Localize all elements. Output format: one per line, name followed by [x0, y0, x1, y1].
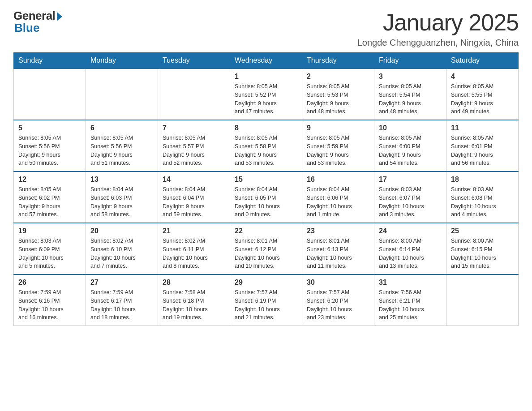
day-number: 2	[307, 73, 369, 81]
title-area: January 2025 Longde Chengguanzhen, Ningx…	[357, 9, 519, 48]
day-info: Sunrise: 8:01 AMSunset: 6:13 PMDaylight:…	[307, 237, 369, 270]
calendar-cell	[86, 68, 158, 120]
day-info: Sunrise: 8:01 AMSunset: 6:12 PMDaylight:…	[235, 237, 297, 270]
day-info: Sunrise: 8:02 AMSunset: 6:10 PMDaylight:…	[90, 237, 153, 270]
calendar-cell: 12Sunrise: 8:05 AMSunset: 6:02 PMDayligh…	[14, 171, 86, 223]
day-info: Sunrise: 8:05 AMSunset: 5:57 PMDaylight:…	[163, 134, 225, 167]
calendar-cell: 24Sunrise: 8:00 AMSunset: 6:14 PMDayligh…	[374, 223, 446, 274]
day-header-monday: Monday	[86, 53, 158, 69]
day-number: 11	[451, 124, 514, 132]
day-info: Sunrise: 8:05 AMSunset: 5:58 PMDaylight:…	[235, 134, 297, 167]
calendar-cell: 19Sunrise: 8:03 AMSunset: 6:09 PMDayligh…	[14, 223, 86, 274]
day-number: 10	[379, 124, 442, 132]
day-header-sunday: Sunday	[14, 53, 86, 69]
day-info: Sunrise: 8:03 AMSunset: 6:08 PMDaylight:…	[451, 185, 514, 219]
day-info: Sunrise: 7:57 AMSunset: 6:19 PMDaylight:…	[235, 288, 297, 322]
day-number: 6	[90, 124, 153, 132]
day-number: 16	[307, 176, 369, 184]
day-header-wednesday: Wednesday	[230, 53, 302, 69]
day-number: 9	[307, 124, 369, 132]
day-info: Sunrise: 8:04 AMSunset: 6:03 PMDaylight:…	[90, 185, 153, 219]
calendar-cell: 13Sunrise: 8:04 AMSunset: 6:03 PMDayligh…	[86, 171, 158, 223]
day-info: Sunrise: 8:05 AMSunset: 5:59 PMDaylight:…	[307, 134, 369, 167]
day-info: Sunrise: 8:05 AMSunset: 6:00 PMDaylight:…	[379, 134, 442, 167]
week-row-2: 5Sunrise: 8:05 AMSunset: 5:56 PMDaylight…	[14, 120, 519, 171]
day-info: Sunrise: 7:59 AMSunset: 6:17 PMDaylight:…	[90, 288, 153, 322]
calendar-cell	[446, 274, 519, 326]
calendar-cell: 16Sunrise: 8:04 AMSunset: 6:06 PMDayligh…	[302, 171, 374, 223]
calendar-cell: 22Sunrise: 8:01 AMSunset: 6:12 PMDayligh…	[230, 223, 302, 274]
calendar-cell: 5Sunrise: 8:05 AMSunset: 5:56 PMDaylight…	[14, 120, 86, 171]
day-info: Sunrise: 8:04 AMSunset: 6:06 PMDaylight:…	[307, 185, 369, 219]
day-number: 21	[163, 227, 225, 235]
calendar-cell: 14Sunrise: 8:04 AMSunset: 6:04 PMDayligh…	[158, 171, 230, 223]
header: General Blue January 2025 Longde Chenggu…	[13, 9, 519, 48]
calendar-cell	[158, 68, 230, 120]
calendar-cell: 31Sunrise: 7:56 AMSunset: 6:21 PMDayligh…	[374, 274, 446, 326]
day-info: Sunrise: 8:05 AMSunset: 6:01 PMDaylight:…	[451, 134, 514, 167]
logo-triangle-icon	[57, 12, 62, 21]
day-number: 14	[163, 176, 225, 184]
week-row-1: 1Sunrise: 8:05 AMSunset: 5:52 PMDaylight…	[14, 68, 519, 120]
calendar-cell: 15Sunrise: 8:04 AMSunset: 6:05 PMDayligh…	[230, 171, 302, 223]
calendar-cell: 1Sunrise: 8:05 AMSunset: 5:52 PMDaylight…	[230, 68, 302, 120]
calendar-cell: 20Sunrise: 8:02 AMSunset: 6:10 PMDayligh…	[86, 223, 158, 274]
day-info: Sunrise: 8:05 AMSunset: 6:02 PMDaylight:…	[18, 185, 81, 219]
calendar-cell: 6Sunrise: 8:05 AMSunset: 5:56 PMDaylight…	[86, 120, 158, 171]
day-info: Sunrise: 8:05 AMSunset: 5:52 PMDaylight:…	[235, 82, 297, 116]
day-number: 18	[451, 176, 514, 184]
day-number: 4	[451, 73, 514, 81]
day-info: Sunrise: 7:58 AMSunset: 6:18 PMDaylight:…	[163, 288, 225, 322]
day-number: 5	[18, 124, 81, 132]
month-title: January 2025	[357, 9, 519, 36]
calendar-cell: 27Sunrise: 7:59 AMSunset: 6:17 PMDayligh…	[86, 274, 158, 326]
calendar-cell: 17Sunrise: 8:03 AMSunset: 6:07 PMDayligh…	[374, 171, 446, 223]
day-info: Sunrise: 8:00 AMSunset: 6:15 PMDaylight:…	[451, 237, 514, 270]
calendar-cell: 3Sunrise: 8:05 AMSunset: 5:54 PMDaylight…	[374, 68, 446, 120]
week-row-4: 19Sunrise: 8:03 AMSunset: 6:09 PMDayligh…	[14, 223, 519, 274]
day-number: 17	[379, 176, 442, 184]
day-number: 1	[235, 73, 297, 81]
calendar-cell: 7Sunrise: 8:05 AMSunset: 5:57 PMDaylight…	[158, 120, 230, 171]
day-info: Sunrise: 8:05 AMSunset: 5:55 PMDaylight:…	[451, 82, 514, 116]
calendar-cell: 29Sunrise: 7:57 AMSunset: 6:19 PMDayligh…	[230, 274, 302, 326]
day-number: 24	[379, 227, 442, 235]
day-info: Sunrise: 8:05 AMSunset: 5:53 PMDaylight:…	[307, 82, 369, 116]
location-title: Longde Chengguanzhen, Ningxia, China	[357, 38, 519, 48]
day-number: 7	[163, 124, 225, 132]
day-info: Sunrise: 8:05 AMSunset: 5:56 PMDaylight:…	[18, 134, 81, 167]
calendar-cell: 11Sunrise: 8:05 AMSunset: 6:01 PMDayligh…	[446, 120, 519, 171]
day-header-friday: Friday	[374, 53, 446, 69]
day-info: Sunrise: 7:59 AMSunset: 6:16 PMDaylight:…	[18, 288, 81, 322]
day-number: 19	[18, 227, 81, 235]
day-info: Sunrise: 8:05 AMSunset: 5:54 PMDaylight:…	[379, 82, 442, 116]
week-row-3: 12Sunrise: 8:05 AMSunset: 6:02 PMDayligh…	[14, 171, 519, 223]
calendar-cell: 2Sunrise: 8:05 AMSunset: 5:53 PMDaylight…	[302, 68, 374, 120]
day-info: Sunrise: 8:03 AMSunset: 6:07 PMDaylight:…	[379, 185, 442, 219]
day-number: 15	[235, 176, 297, 184]
day-number: 25	[451, 227, 514, 235]
day-info: Sunrise: 8:02 AMSunset: 6:11 PMDaylight:…	[163, 237, 225, 270]
calendar-cell: 9Sunrise: 8:05 AMSunset: 5:59 PMDaylight…	[302, 120, 374, 171]
day-header-saturday: Saturday	[446, 53, 519, 69]
day-header-tuesday: Tuesday	[158, 53, 230, 69]
day-number: 30	[307, 278, 369, 287]
logo-blue-text: Blue	[14, 21, 39, 35]
calendar-cell: 26Sunrise: 7:59 AMSunset: 6:16 PMDayligh…	[14, 274, 86, 326]
week-row-5: 26Sunrise: 7:59 AMSunset: 6:16 PMDayligh…	[14, 274, 519, 326]
day-number: 8	[235, 124, 297, 132]
day-info: Sunrise: 8:04 AMSunset: 6:05 PMDaylight:…	[235, 185, 297, 219]
day-number: 22	[235, 227, 297, 235]
day-number: 23	[307, 227, 369, 235]
calendar-cell: 4Sunrise: 8:05 AMSunset: 5:55 PMDaylight…	[446, 68, 519, 120]
day-info: Sunrise: 8:04 AMSunset: 6:04 PMDaylight:…	[163, 185, 225, 219]
calendar-cell: 25Sunrise: 8:00 AMSunset: 6:15 PMDayligh…	[446, 223, 519, 274]
day-info: Sunrise: 7:57 AMSunset: 6:20 PMDaylight:…	[307, 288, 369, 322]
day-number: 12	[18, 176, 81, 184]
day-number: 13	[90, 176, 153, 184]
day-number: 31	[379, 278, 442, 287]
day-number: 29	[235, 278, 297, 287]
day-header-thursday: Thursday	[302, 53, 374, 69]
day-info: Sunrise: 8:05 AMSunset: 5:56 PMDaylight:…	[90, 134, 153, 167]
calendar-cell: 23Sunrise: 8:01 AMSunset: 6:13 PMDayligh…	[302, 223, 374, 274]
